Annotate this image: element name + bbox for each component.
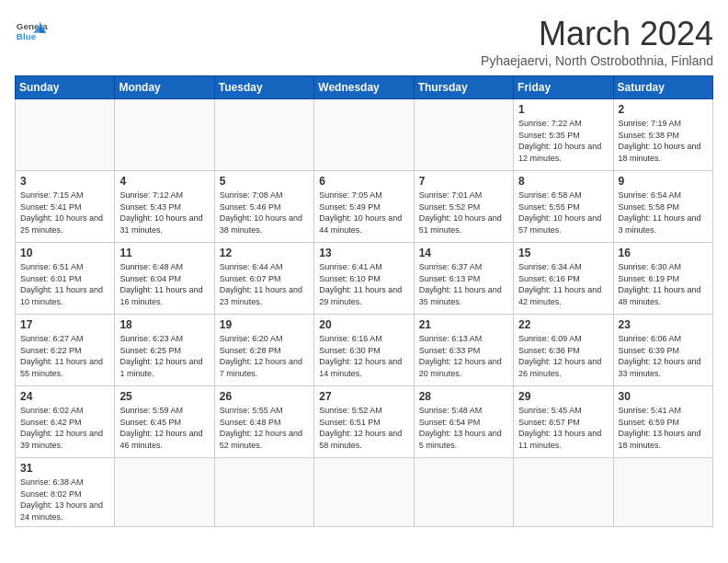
day-info: Sunrise: 6:51 AM Sunset: 6:01 PM Dayligh…	[20, 261, 109, 307]
calendar-cell: 3Sunrise: 7:15 AM Sunset: 5:41 PM Daylig…	[16, 171, 115, 243]
calendar-cell: 7Sunrise: 7:01 AM Sunset: 5:52 PM Daylig…	[414, 171, 513, 243]
weekday-header-friday: Friday	[514, 76, 613, 99]
day-info: Sunrise: 6:30 AM Sunset: 6:19 PM Dayligh…	[619, 261, 708, 307]
calendar-cell	[314, 458, 414, 527]
day-number: 15	[518, 247, 608, 259]
week-row-1: 1Sunrise: 7:22 AM Sunset: 5:35 PM Daylig…	[16, 99, 713, 171]
day-number: 20	[319, 318, 408, 331]
weekday-header-tuesday: Tuesday	[214, 76, 313, 99]
calendar-cell: 23Sunrise: 6:06 AM Sunset: 6:39 PM Dayli…	[613, 315, 712, 386]
day-number: 28	[419, 390, 508, 403]
calendar-cell: 16Sunrise: 6:30 AM Sunset: 6:19 PM Dayli…	[613, 243, 712, 315]
week-row-6: 31Sunrise: 6:38 AM Sunset: 8:02 PM Dayli…	[16, 458, 713, 527]
day-info: Sunrise: 6:34 AM Sunset: 6:16 PM Dayligh…	[518, 261, 608, 307]
calendar-cell: 17Sunrise: 6:27 AM Sunset: 6:22 PM Dayli…	[16, 315, 115, 386]
logo: General Blue	[15, 15, 48, 48]
day-info: Sunrise: 6:38 AM Sunset: 8:02 PM Dayligh…	[20, 477, 109, 523]
day-info: Sunrise: 5:45 AM Sunset: 6:57 PM Dayligh…	[518, 405, 608, 451]
weekday-header-monday: Monday	[115, 76, 214, 99]
day-number: 22	[518, 318, 608, 331]
day-number: 25	[119, 390, 209, 403]
calendar-cell: 15Sunrise: 6:34 AM Sunset: 6:16 PM Dayli…	[514, 243, 613, 315]
day-number: 3	[20, 175, 109, 188]
calendar-cell: 2Sunrise: 7:19 AM Sunset: 5:38 PM Daylig…	[613, 99, 712, 171]
calendar-cell: 24Sunrise: 6:02 AM Sunset: 6:42 PM Dayli…	[16, 386, 115, 458]
calendar-cell	[414, 99, 513, 171]
day-info: Sunrise: 5:59 AM Sunset: 6:45 PM Dayligh…	[119, 405, 209, 451]
day-info: Sunrise: 6:27 AM Sunset: 6:22 PM Dayligh…	[20, 333, 109, 379]
day-info: Sunrise: 6:16 AM Sunset: 6:30 PM Dayligh…	[319, 333, 408, 379]
calendar-cell: 8Sunrise: 6:58 AM Sunset: 5:55 PM Daylig…	[514, 171, 613, 243]
page-header: General Blue March 2024 Pyhaejaervi, Nor…	[15, 15, 713, 68]
day-info: Sunrise: 6:06 AM Sunset: 6:39 PM Dayligh…	[619, 333, 708, 379]
day-number: 13	[319, 247, 408, 259]
week-row-4: 17Sunrise: 6:27 AM Sunset: 6:22 PM Dayli…	[16, 315, 713, 386]
day-info: Sunrise: 5:55 AM Sunset: 6:48 PM Dayligh…	[220, 405, 309, 451]
day-number: 5	[220, 175, 309, 188]
day-number: 9	[619, 175, 708, 188]
calendar-cell: 19Sunrise: 6:20 AM Sunset: 6:28 PM Dayli…	[214, 315, 313, 386]
weekday-header-saturday: Saturday	[613, 76, 712, 99]
day-number: 31	[20, 462, 109, 475]
day-info: Sunrise: 5:52 AM Sunset: 6:51 PM Dayligh…	[319, 405, 408, 451]
day-info: Sunrise: 6:44 AM Sunset: 6:07 PM Dayligh…	[220, 261, 309, 307]
day-info: Sunrise: 6:23 AM Sunset: 6:25 PM Dayligh…	[119, 333, 209, 379]
title-block: March 2024 Pyhaejaervi, North Ostrobothn…	[481, 15, 713, 68]
calendar-cell: 12Sunrise: 6:44 AM Sunset: 6:07 PM Dayli…	[214, 243, 313, 315]
calendar-cell	[115, 99, 214, 171]
calendar-cell	[115, 458, 214, 527]
calendar-cell: 20Sunrise: 6:16 AM Sunset: 6:30 PM Dayli…	[314, 315, 414, 386]
day-info: Sunrise: 7:22 AM Sunset: 5:35 PM Dayligh…	[518, 118, 608, 164]
week-row-5: 24Sunrise: 6:02 AM Sunset: 6:42 PM Dayli…	[16, 386, 713, 458]
day-info: Sunrise: 6:58 AM Sunset: 5:55 PM Dayligh…	[518, 190, 608, 236]
day-number: 21	[419, 318, 508, 331]
day-info: Sunrise: 6:54 AM Sunset: 5:58 PM Dayligh…	[619, 190, 708, 236]
day-info: Sunrise: 7:15 AM Sunset: 5:41 PM Dayligh…	[20, 190, 109, 236]
week-row-3: 10Sunrise: 6:51 AM Sunset: 6:01 PM Dayli…	[16, 243, 713, 315]
day-number: 18	[119, 318, 209, 331]
calendar-cell: 27Sunrise: 5:52 AM Sunset: 6:51 PM Dayli…	[314, 386, 414, 458]
calendar-cell: 26Sunrise: 5:55 AM Sunset: 6:48 PM Dayli…	[214, 386, 313, 458]
day-info: Sunrise: 6:09 AM Sunset: 6:36 PM Dayligh…	[518, 333, 608, 379]
calendar-cell: 9Sunrise: 6:54 AM Sunset: 5:58 PM Daylig…	[613, 171, 712, 243]
day-number: 6	[319, 175, 408, 188]
day-info: Sunrise: 5:48 AM Sunset: 6:54 PM Dayligh…	[419, 405, 508, 451]
calendar-cell	[214, 458, 313, 527]
calendar-cell	[613, 458, 712, 527]
day-number: 27	[319, 390, 408, 403]
month-title: March 2024	[481, 15, 713, 53]
location-subtitle: Pyhaejaervi, North Ostrobothnia, Finland	[481, 53, 713, 68]
day-number: 11	[119, 247, 209, 259]
day-info: Sunrise: 6:20 AM Sunset: 6:28 PM Dayligh…	[220, 333, 309, 379]
calendar-cell: 1Sunrise: 7:22 AM Sunset: 5:35 PM Daylig…	[514, 99, 613, 171]
calendar-cell	[214, 99, 313, 171]
day-info: Sunrise: 5:41 AM Sunset: 6:59 PM Dayligh…	[619, 405, 708, 451]
logo-icon: General Blue	[15, 15, 48, 48]
day-info: Sunrise: 6:48 AM Sunset: 6:04 PM Dayligh…	[119, 261, 209, 307]
calendar-cell: 28Sunrise: 5:48 AM Sunset: 6:54 PM Dayli…	[414, 386, 513, 458]
day-number: 12	[220, 247, 309, 259]
day-number: 1	[518, 103, 608, 116]
day-number: 16	[619, 247, 708, 259]
weekday-header-sunday: Sunday	[16, 76, 115, 99]
day-number: 7	[419, 175, 508, 188]
calendar-cell: 21Sunrise: 6:13 AM Sunset: 6:33 PM Dayli…	[414, 315, 513, 386]
calendar-cell	[16, 99, 115, 171]
weekday-header-row: SundayMondayTuesdayWednesdayThursdayFrid…	[16, 76, 713, 99]
day-info: Sunrise: 7:05 AM Sunset: 5:49 PM Dayligh…	[319, 190, 408, 236]
week-row-2: 3Sunrise: 7:15 AM Sunset: 5:41 PM Daylig…	[16, 171, 713, 243]
calendar-cell	[514, 458, 613, 527]
calendar-table: SundayMondayTuesdayWednesdayThursdayFrid…	[15, 75, 713, 527]
calendar-cell: 6Sunrise: 7:05 AM Sunset: 5:49 PM Daylig…	[314, 171, 414, 243]
calendar-cell	[314, 99, 414, 171]
day-number: 19	[220, 318, 309, 331]
day-number: 24	[20, 390, 109, 403]
day-info: Sunrise: 7:19 AM Sunset: 5:38 PM Dayligh…	[619, 118, 708, 164]
day-number: 30	[619, 390, 708, 403]
calendar-cell	[414, 458, 513, 527]
calendar-cell: 29Sunrise: 5:45 AM Sunset: 6:57 PM Dayli…	[514, 386, 613, 458]
day-number: 8	[518, 175, 608, 188]
day-info: Sunrise: 6:02 AM Sunset: 6:42 PM Dayligh…	[20, 405, 109, 451]
calendar-cell: 14Sunrise: 6:37 AM Sunset: 6:13 PM Dayli…	[414, 243, 513, 315]
day-number: 26	[220, 390, 309, 403]
